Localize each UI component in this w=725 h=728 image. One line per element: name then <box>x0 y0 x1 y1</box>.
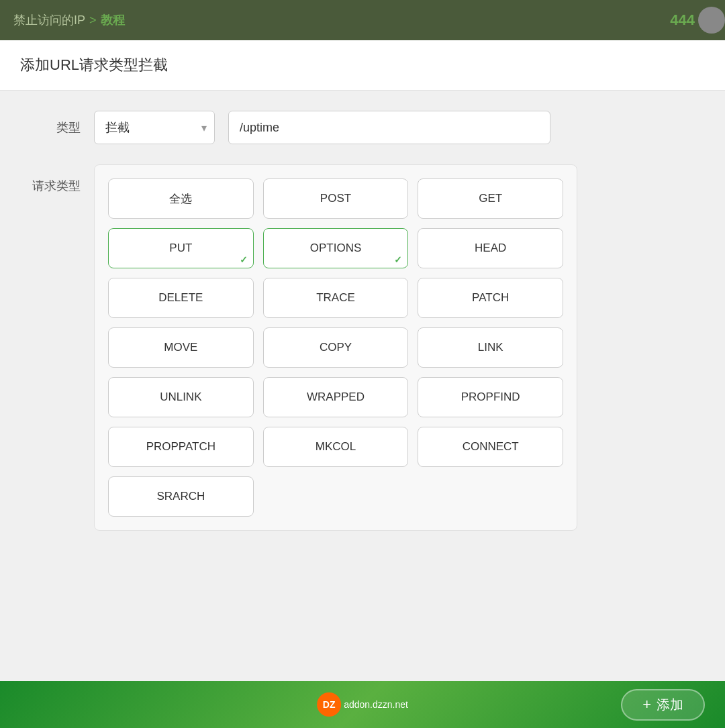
type-label: 类型 <box>27 119 81 136</box>
header-count: 444 <box>670 11 695 29</box>
method-btn-select_all[interactable]: 全选 <box>108 178 254 219</box>
header-nav: 禁止访问的IP > 教程 <box>13 12 125 28</box>
page-title: 添加URL请求类型拦截 <box>20 55 705 75</box>
method-btn-link[interactable]: LINK <box>418 327 563 368</box>
request-type-grid: 全选POSTGETPUTOPTIONSHEADDELETETRACEPATCHM… <box>108 178 563 517</box>
type-row: 类型 拦截 ▾ <box>27 111 698 144</box>
method-btn-get[interactable]: GET <box>418 178 563 219</box>
logo-text: addon.dzzn.net <box>344 699 408 710</box>
method-btn-move[interactable]: MOVE <box>108 327 254 368</box>
avatar <box>698 7 725 34</box>
method-btn-mkcol[interactable]: MKCOL <box>263 427 409 467</box>
header-title-part2[interactable]: 教程 <box>101 12 125 28</box>
type-select[interactable]: 拦截 <box>94 111 215 144</box>
method-btn-wrapped[interactable]: WRAPPED <box>263 377 409 417</box>
method-btn-put[interactable]: PUT <box>108 228 254 268</box>
bottom-bar: DZ addon.dzzn.net + 添加 <box>0 681 725 728</box>
add-button-label: 添加 <box>657 696 683 714</box>
app-header: 禁止访问的IP > 教程 444 ∨ <box>0 0 725 40</box>
logo-icon: DZ <box>317 692 341 717</box>
request-type-row: 请求类型 全选POSTGETPUTOPTIONSHEADDELETETRACEP… <box>27 164 698 531</box>
method-btn-patch[interactable]: PATCH <box>418 278 563 318</box>
method-btn-head[interactable]: HEAD <box>418 228 563 268</box>
bottom-logo: DZ addon.dzzn.net <box>317 692 408 717</box>
url-input[interactable] <box>228 111 550 144</box>
method-btn-propfind[interactable]: PROPFIND <box>418 377 563 417</box>
header-title-part1: 禁止访问的IP <box>13 12 85 28</box>
request-type-grid-wrapper: 全选POSTGETPUTOPTIONSHEADDELETETRACEPATCHM… <box>94 164 577 531</box>
request-type-label: 请求类型 <box>27 164 81 194</box>
header-separator: > <box>89 13 97 28</box>
method-btn-copy[interactable]: COPY <box>263 327 409 368</box>
method-btn-options[interactable]: OPTIONS <box>263 228 409 268</box>
method-btn-unlink[interactable]: UNLINK <box>108 377 254 417</box>
add-button[interactable]: + 添加 <box>621 689 705 721</box>
page-title-bar: 添加URL请求类型拦截 <box>0 40 725 91</box>
method-btn-delete[interactable]: DELETE <box>108 278 254 318</box>
method-btn-proppatch[interactable]: PROPPATCH <box>108 427 254 467</box>
main-content: 类型 拦截 ▾ 请求类型 全选POSTGETPUTOPTIONSHEADDELE… <box>0 91 725 551</box>
method-btn-post[interactable]: POST <box>263 178 409 219</box>
method-btn-trace[interactable]: TRACE <box>263 278 409 318</box>
method-btn-srarch[interactable]: SRARCH <box>108 476 254 517</box>
plus-icon: + <box>642 696 651 713</box>
method-btn-connect[interactable]: CONNECT <box>418 427 563 467</box>
type-select-wrapper: 拦截 ▾ <box>94 111 215 144</box>
